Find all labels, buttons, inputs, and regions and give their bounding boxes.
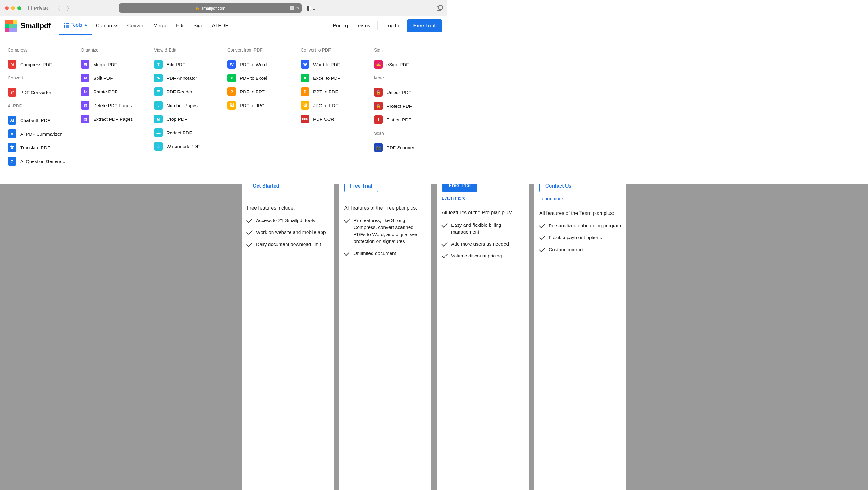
mega-group-scan: Scan — [374, 131, 442, 136]
nav-sign[interactable]: Sign — [189, 17, 208, 35]
merge-icon: ⊞ — [81, 60, 90, 69]
tool-translate-pdf[interactable]: 文Translate PDF — [8, 141, 81, 154]
tool-pdf-to-ppt[interactable]: PPDF to PPT — [227, 85, 301, 98]
tool-edit-pdf[interactable]: TEdit PDF — [154, 58, 227, 71]
brand-name[interactable]: Smallpdf — [21, 22, 51, 30]
tool-label: Unlock PDF — [386, 90, 411, 95]
tool-label: PDF to JPG — [240, 103, 265, 108]
ocr-icon: OCR — [301, 115, 309, 123]
check-icon — [247, 230, 252, 233]
tool-label: Edit PDF — [166, 62, 185, 67]
tool-label: JPG to PDF — [313, 103, 338, 108]
close-window-icon[interactable] — [5, 6, 9, 10]
tool-flatten-pdf[interactable]: ⬇Flatten PDF — [374, 113, 442, 126]
logo-icon[interactable] — [5, 20, 18, 32]
tool-label: eSign PDF — [386, 62, 409, 67]
check-icon — [247, 218, 252, 221]
tool-label: Excel to PDF — [313, 75, 340, 81]
tool-word-to-pdf[interactable]: WWord to PDF — [301, 58, 374, 71]
learn-more-link[interactable]: Learn more — [442, 195, 447, 201]
free-trial-button[interactable]: Free Trial — [407, 19, 442, 32]
maximize-window-icon[interactable] — [18, 6, 21, 10]
back-button[interactable]: 〈 — [55, 5, 64, 11]
tool-delete-pages[interactable]: 🗑Delete PDF Pages — [81, 98, 154, 112]
tool-pdf-scanner[interactable]: 📷PDF Scanner — [374, 141, 442, 154]
translate-icon[interactable]: 🅰 — [290, 6, 293, 10]
plan-feature: Work on website and mobile app — [256, 229, 326, 236]
tool-pdf-to-word[interactable]: WPDF to Word — [227, 58, 301, 71]
tools-mega-menu: Compress ⇲Compress PDF Convert ⇄PDF Conv… — [0, 35, 447, 184]
scanner-icon: 📷 — [374, 143, 383, 152]
tracker-shield[interactable]: 1 — [307, 6, 315, 10]
tool-reader[interactable]: ☰PDF Reader — [154, 85, 227, 98]
nav-teams[interactable]: Teams — [355, 17, 370, 35]
nav-tools[interactable]: Tools — [59, 17, 91, 35]
tool-merge-pdf[interactable]: ⊞Merge PDF — [81, 58, 154, 71]
split-icon: ✂ — [81, 74, 90, 82]
tool-label: PDF OCR — [313, 117, 334, 122]
tab-overview-icon[interactable] — [437, 6, 442, 11]
plan-feature: Pro features, like Strong Compress, conv… — [353, 217, 426, 245]
private-badge: Private — [34, 6, 49, 10]
tool-label: Chat with PDF — [20, 118, 50, 123]
address-bar-actions: 🅰 ↻ — [290, 6, 299, 10]
window-controls — [5, 6, 21, 10]
ppt-icon: P — [301, 87, 309, 96]
tool-split-pdf[interactable]: ✂Split PDF — [81, 71, 154, 85]
nav-ai-pdf[interactable]: AI PDF — [208, 17, 233, 35]
tool-extract-pages[interactable]: ▤Extract PDF Pages — [81, 112, 154, 126]
tool-label: PPT to PDF — [313, 89, 338, 94]
address-bar[interactable]: 🔒 smallpdf.com 🅰 ↻ — [119, 3, 302, 13]
sidebar-toggle-icon[interactable] — [27, 6, 32, 10]
check-icon — [344, 251, 350, 253]
nav-convert[interactable]: Convert — [123, 17, 149, 35]
tool-rotate-pdf[interactable]: ↻Rotate PDF — [81, 85, 154, 98]
extract-icon: ▤ — [81, 115, 90, 123]
reload-icon[interactable]: ↻ — [296, 6, 299, 10]
plan-card: Free Trial Learn more All features of th… — [437, 175, 447, 253]
tool-label: Merge PDF — [93, 62, 117, 67]
tool-chat-pdf[interactable]: AIChat with PDF — [8, 113, 81, 127]
tool-pdf-converter[interactable]: ⇄PDF Converter — [8, 86, 81, 99]
plan-heading: Free features include: — [247, 205, 329, 211]
tool-crop-pdf[interactable]: ⊡Crop PDF — [154, 112, 227, 126]
tool-protect-pdf[interactable]: 🔒Protect PDF — [374, 99, 442, 113]
tool-label: Word to PDF — [313, 62, 340, 67]
tool-redact-pdf[interactable]: ▬Redact PDF — [154, 126, 227, 139]
chat-icon: AI — [8, 116, 17, 125]
nav-merge[interactable]: Merge — [149, 17, 172, 35]
nav-edit[interactable]: Edit — [172, 17, 189, 35]
tool-pdf-to-excel[interactable]: XPDF to Excel — [227, 71, 301, 85]
tool-unlock-pdf[interactable]: 🔓Unlock PDF — [374, 86, 442, 99]
tool-annotator[interactable]: ✎PDF Annotator — [154, 71, 227, 85]
tool-number-pages[interactable]: #Number Pages — [154, 98, 227, 112]
login-link[interactable]: Log In — [385, 17, 399, 35]
check-icon — [344, 218, 350, 221]
minimize-window-icon[interactable] — [11, 6, 15, 10]
tool-jpg-to-pdf[interactable]: 🖼JPG to PDF — [301, 98, 374, 112]
divider — [377, 21, 378, 30]
tool-pdf-ocr[interactable]: OCRPDF OCR — [301, 112, 374, 126]
tool-watermark-pdf[interactable]: 💧Watermark PDF — [154, 139, 227, 153]
tool-ppt-to-pdf[interactable]: PPPT to PDF — [301, 85, 374, 98]
plan-card: Free Trial All features of the Free plan… — [339, 175, 431, 253]
summarize-icon: ≡ — [8, 129, 17, 138]
tool-pdf-to-jpg[interactable]: 🖼PDF to JPG — [227, 98, 301, 112]
tool-ai-summarizer[interactable]: ≡AI PDF Summarizer — [8, 127, 81, 141]
share-icon[interactable] — [412, 6, 417, 11]
nav-compress[interactable]: Compress — [92, 17, 123, 35]
tool-label: Compress PDF — [20, 62, 52, 67]
tool-compress-pdf[interactable]: ⇲Compress PDF — [8, 58, 81, 71]
nav-pricing[interactable]: Pricing — [333, 17, 348, 35]
crop-icon: ⊡ — [154, 115, 163, 123]
tool-esign-pdf[interactable]: ✍eSign PDF — [374, 58, 442, 71]
mega-group-convert-from: Convert from PDF — [227, 47, 301, 53]
site-header: Smallpdf Tools Compress Convert Merge Ed… — [0, 17, 447, 35]
forward-button[interactable]: 〉 — [64, 5, 72, 11]
tool-ai-question[interactable]: ?AI Question Generator — [8, 154, 81, 168]
new-tab-icon[interactable] — [424, 6, 430, 11]
browser-toolbar: Private 〈 〉 🔒 smallpdf.com 🅰 ↻ 1 — [0, 0, 447, 17]
tool-label: PDF to Word — [240, 62, 267, 67]
check-icon — [442, 223, 447, 226]
tool-excel-to-pdf[interactable]: XExcel to PDF — [301, 71, 374, 85]
